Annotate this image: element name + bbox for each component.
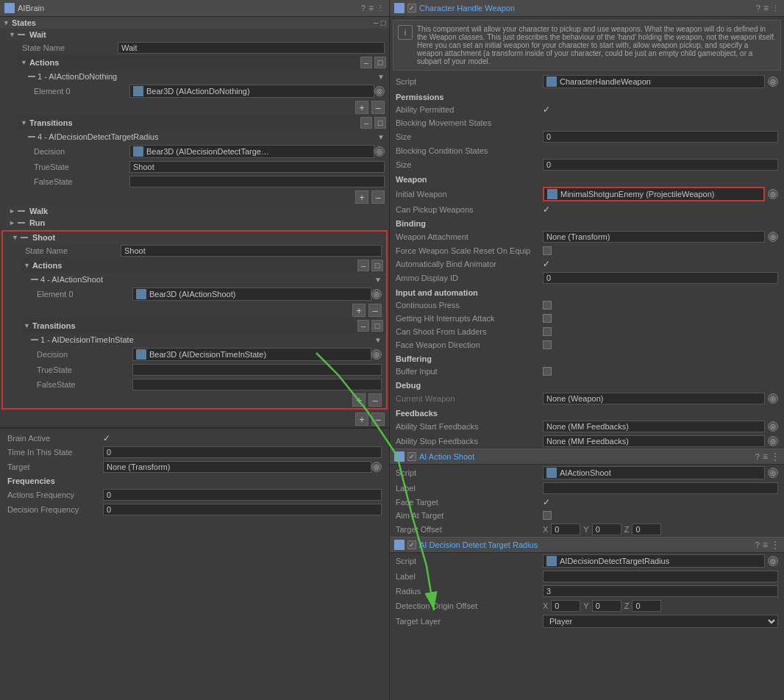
ai-decision-settings[interactable]: ≡ [763,540,768,549]
buffer-input-check[interactable] [543,367,552,376]
blocking-condition-size-row: Size [390,157,784,172]
wait-state-header[interactable]: ▼ Wait [6,29,389,40]
ai-decision-help[interactable]: ? [755,541,760,549]
script-obj-field: CharacterHandleWeapon [543,75,765,88]
weapon-attachment-target-btn[interactable]: ◎ [768,232,778,242]
wait-state-name-input[interactable] [118,42,385,54]
current-weapon-target-btn[interactable]: ◎ [768,393,778,404]
shoot-state-name-input[interactable] [121,245,382,257]
radius-value [543,585,778,597]
actions-freq-input[interactable] [103,489,382,501]
auto-bind-check[interactable]: ✓ [543,259,550,269]
shoot-transitions-header[interactable]: ▼ Transitions – □ [21,318,386,333]
shoot-decision-target-btn[interactable]: ◎ [371,349,382,360]
blocking-movement-size-input[interactable] [543,131,778,143]
face-target-check[interactable]: ✓ [543,497,550,507]
states-minimize-btn[interactable]: – [374,18,379,27]
detection-origin-z-input[interactable] [632,600,661,612]
shoot-transitions-expand-btn[interactable]: □ [371,320,383,332]
menu-icon[interactable]: ⋮ [377,4,385,12]
aim-at-target-row: Aim At Target [390,509,784,522]
wait-decision-target-btn[interactable]: ◎ [374,146,385,157]
radius-input[interactable] [543,585,778,597]
shoot-transitions-add-btn[interactable]: + [352,393,366,407]
ai-action-script-target[interactable]: ◎ [768,468,778,478]
wait-transitions-expand-btn[interactable]: □ [374,117,386,129]
target-offset-value: X Y Z [543,524,778,535]
wait-actions-header[interactable]: ▼ Actions – □ [18,55,389,70]
states-remove-btn[interactable]: – [371,413,385,426]
shoot-transitions-remove-btn[interactable]: – [368,393,382,407]
wait-transitions-add-btn[interactable]: + [355,190,368,204]
ai-decision-label-input[interactable] [543,571,778,582]
target-offset-y-input[interactable] [592,524,621,535]
shoot-truestate-input[interactable] [132,364,382,376]
walk-state-header[interactable]: ► Walk [6,205,389,217]
wait-transition-dropdown[interactable]: ▼ [377,133,385,141]
ability-stop-feedbacks-target-btn[interactable]: ◎ [768,436,778,446]
wait-actions-expand-btn[interactable]: □ [374,57,386,68]
ai-action-shoot-help[interactable]: ? [755,453,760,461]
right-menu-icon[interactable]: ⋮ [771,4,780,12]
help-icon[interactable]: ? [361,4,366,12]
states-section-header[interactable]: ▼ States – □ [0,17,389,29]
can-pickup-check[interactable]: ✓ [543,204,550,215]
detection-origin-x-input[interactable] [551,600,580,612]
face-weapon-check[interactable] [543,340,552,349]
shoot-action-dropdown[interactable]: ▼ [374,276,382,284]
shoot-action-element0-target-btn[interactable]: ◎ [371,289,382,299]
shoot-actions-add-btn[interactable]: + [352,304,366,317]
target-target-btn[interactable]: ◎ [371,462,382,472]
force-scale-reset-check[interactable] [543,246,552,255]
shoot-actions-minus-btn[interactable]: – [357,260,369,271]
target-offset-z-input[interactable] [632,524,661,535]
ai-action-shoot-settings[interactable]: ≡ [763,452,768,461]
ammo-display-input[interactable] [543,272,778,284]
wait-transitions-remove-btn[interactable]: – [371,190,385,204]
ai-decision-menu[interactable]: ⋮ [771,540,780,549]
blocking-condition-size-input[interactable] [543,159,778,171]
script-target-btn[interactable]: ◎ [768,76,778,87]
ai-decision-enabled[interactable]: ✓ [407,540,416,549]
wait-transitions-minus-btn[interactable]: – [360,117,372,129]
detection-origin-y-input[interactable] [592,600,621,612]
shoot-actions-expand-btn[interactable]: □ [371,260,383,271]
states-add-btn[interactable]: + [355,413,368,426]
ai-action-shoot-menu[interactable]: ⋮ [771,452,780,461]
run-state-header[interactable]: ► Run [6,217,389,229]
ai-action-label-input[interactable] [543,482,778,494]
decision-freq-input[interactable] [103,504,382,515]
shoot-state-header[interactable]: ▼ Shoot [9,232,386,243]
initial-weapon-target-btn[interactable]: ◎ [768,189,778,199]
target-layer-select[interactable]: Player [543,615,778,628]
states-expand-btn[interactable]: □ [381,18,386,27]
wait-falsestate-input[interactable] [129,176,385,188]
wait-actions-remove-btn[interactable]: – [371,101,385,114]
wait-action-1-dropdown[interactable]: ▼ [377,73,385,81]
wait-action-element0-target-btn[interactable]: ◎ [374,86,385,96]
wait-transitions-header[interactable]: ▼ Transitions – □ [18,115,389,130]
wait-actions-add-btn[interactable]: + [355,101,368,114]
getting-hit-check[interactable] [543,314,552,323]
settings-icon[interactable]: ≡ [368,4,374,12]
shoot-transition-dropdown[interactable]: ▼ [374,336,382,344]
time-in-state-input[interactable] [103,446,382,458]
ability-permitted-check[interactable]: ✓ [543,104,550,115]
aim-at-target-check[interactable] [543,511,552,520]
shoot-transitions-minus-btn[interactable]: – [357,320,369,332]
ai-decision-script-target[interactable]: ◎ [768,556,778,566]
right-help-icon[interactable]: ? [756,4,760,12]
right-settings-icon[interactable]: ≡ [763,4,769,12]
shoot-falsestate-input[interactable] [132,379,382,390]
shoot-actions-header[interactable]: ▼ Actions – □ [21,258,386,273]
brain-active-check[interactable]: ✓ [103,433,110,443]
shoot-actions-remove-btn[interactable]: – [368,304,382,317]
wait-truestate-input[interactable] [129,161,385,173]
target-offset-x-input[interactable] [551,524,580,535]
continuous-press-check[interactable] [543,301,552,310]
wait-actions-minus-btn[interactable]: – [360,57,372,68]
can-shoot-ladders-check[interactable] [543,327,552,336]
ability-start-feedbacks-target-btn[interactable]: ◎ [768,421,778,432]
ai-action-shoot-enabled[interactable]: ✓ [407,452,416,461]
component-enabled-checkbox[interactable]: ✓ [407,4,416,12]
